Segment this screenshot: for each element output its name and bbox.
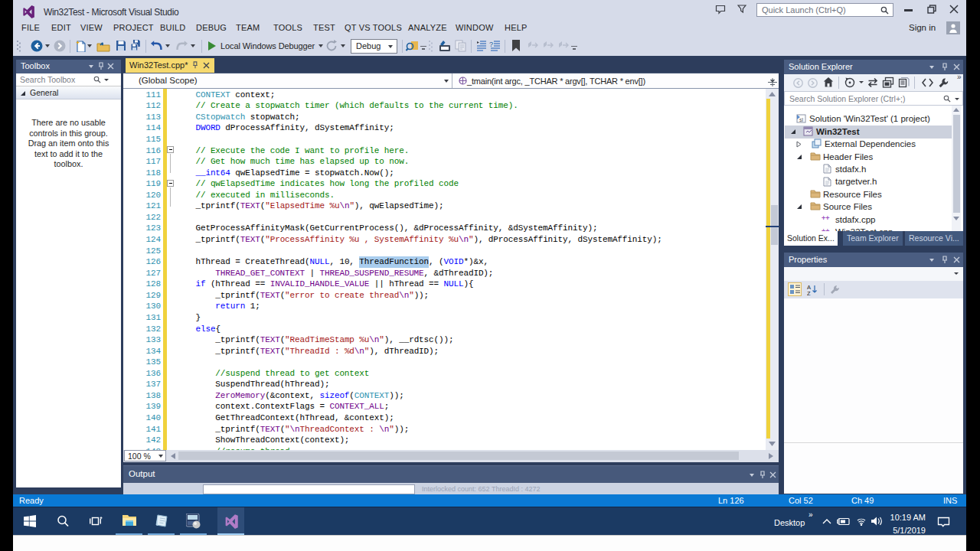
svg-text:sl: sl bbox=[799, 117, 804, 122]
svg-text:?: ? bbox=[489, 41, 493, 48]
svg-text:Z: Z bbox=[807, 290, 811, 295]
